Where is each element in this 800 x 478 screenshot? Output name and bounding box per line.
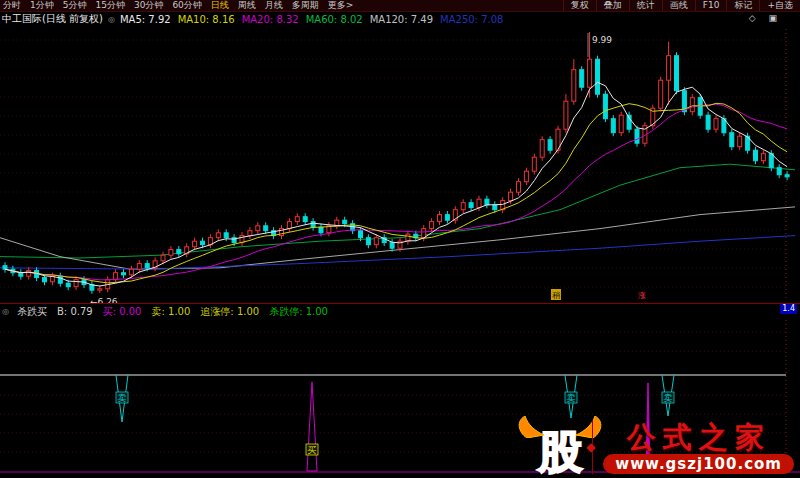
stock-title: 中工国际(日线 前复权) bbox=[2, 12, 103, 26]
indicator-dot-icon: ◎ bbox=[108, 15, 115, 24]
tab-分时[interactable]: 分时 bbox=[3, 0, 21, 11]
indicator-value: 追涨停: 1.00 bbox=[200, 306, 259, 317]
bull-horns-icon bbox=[517, 416, 603, 438]
toolbar-buttons: 复权叠加统计画线F10标记+自选 bbox=[563, 0, 800, 11]
tab-月线[interactable]: 月线 bbox=[265, 0, 283, 11]
toolbar-button-叠加[interactable]: 叠加 bbox=[596, 0, 629, 11]
toolbar-button-复权[interactable]: 复权 bbox=[563, 0, 596, 11]
ma-value: MA20: 8.32 bbox=[242, 14, 299, 25]
gszj-watermark-logo: 股 ◆ 公式之家 www.gszj100.com bbox=[538, 418, 794, 476]
diamond-icon: ◆ bbox=[586, 440, 595, 454]
toolbar-button-画线[interactable]: 画线 bbox=[662, 0, 695, 11]
indicator-value: 杀跌停: 1.00 bbox=[269, 306, 328, 317]
svg-text:9.99: 9.99 bbox=[592, 35, 612, 45]
indicator-axis-value: 1.4 bbox=[780, 304, 797, 314]
tab-15分钟[interactable]: 15分钟 bbox=[95, 0, 124, 11]
svg-text:稍: 稍 bbox=[552, 291, 560, 300]
ma-legend: MA5: 7.92MA10: 8.16MA20: 8.32MA60: 8.02M… bbox=[120, 14, 510, 25]
toolbar-button-标记[interactable]: 标记 bbox=[726, 0, 759, 11]
indicator-value: 杀跌买 bbox=[17, 306, 47, 317]
ma-value: MA10: 8.16 bbox=[178, 14, 235, 25]
ma-value: MA5: 7.92 bbox=[120, 14, 171, 25]
toolbar-button-统计[interactable]: 统计 bbox=[629, 0, 662, 11]
toolbar-button-F10[interactable]: F10 bbox=[695, 0, 727, 11]
candlestick-chart[interactable]: 9.99←6.26稍涨 bbox=[0, 27, 800, 303]
tab-多周期[interactable]: 多周期 bbox=[292, 0, 319, 11]
tab-1分钟[interactable]: 1分钟 bbox=[30, 0, 54, 11]
tab-日线[interactable]: 日线 bbox=[211, 0, 229, 11]
ma-value: MA120: 7.49 bbox=[370, 14, 433, 25]
brand-url: www.gszj100.com bbox=[603, 454, 794, 474]
svg-text:买: 买 bbox=[308, 445, 317, 455]
ma-value: MA250: 7.08 bbox=[440, 14, 503, 25]
period-tabs: 分时1分钟5分钟15分钟30分钟60分钟日线周线月线多周期更多> bbox=[0, 0, 353, 11]
bull-gu-emblem: 股 bbox=[538, 418, 582, 476]
indicator-value: B: 0.79 bbox=[57, 306, 93, 317]
indicator-values: 杀跌买B: 0.79买: 0.00卖: 1.00追涨停: 1.00杀跌停: 1.… bbox=[17, 305, 338, 319]
svg-text:涨: 涨 bbox=[638, 291, 646, 300]
ma-value: MA60: 8.02 bbox=[306, 14, 363, 25]
window-icons[interactable]: ◇ ▣ bbox=[749, 13, 782, 23]
brand-name: 公式之家 bbox=[627, 421, 771, 453]
svg-text:卖: 卖 bbox=[664, 393, 673, 403]
svg-text:卖: 卖 bbox=[567, 393, 576, 403]
indicator-value: 买: 0.00 bbox=[103, 306, 142, 317]
indicator-dot-icon: ◎ bbox=[2, 307, 9, 316]
tab-5分钟[interactable]: 5分钟 bbox=[63, 0, 87, 11]
logo-divider: ◆ bbox=[592, 420, 593, 474]
tab-周线[interactable]: 周线 bbox=[238, 0, 256, 11]
toolbar-button-+自选[interactable]: +自选 bbox=[759, 0, 800, 11]
indicator-header: ◎ 杀跌买B: 0.79买: 0.00卖: 1.00追涨停: 1.00杀跌停: … bbox=[0, 303, 800, 319]
chart-title-row: 中工国际(日线 前复权) ◎ MA5: 7.92MA10: 8.16MA20: … bbox=[0, 11, 800, 27]
tab-更多>[interactable]: 更多> bbox=[328, 0, 354, 11]
indicator-value: 卖: 1.00 bbox=[152, 306, 191, 317]
app-window: 分时1分钟5分钟15分钟30分钟60分钟日线周线月线多周期更多> 复权叠加统计画… bbox=[0, 0, 800, 478]
tab-30分钟[interactable]: 30分钟 bbox=[134, 0, 163, 11]
svg-text:卖: 卖 bbox=[118, 393, 127, 403]
tab-60分钟[interactable]: 60分钟 bbox=[172, 0, 201, 11]
logo-text-block: 公式之家 www.gszj100.com bbox=[603, 421, 794, 474]
